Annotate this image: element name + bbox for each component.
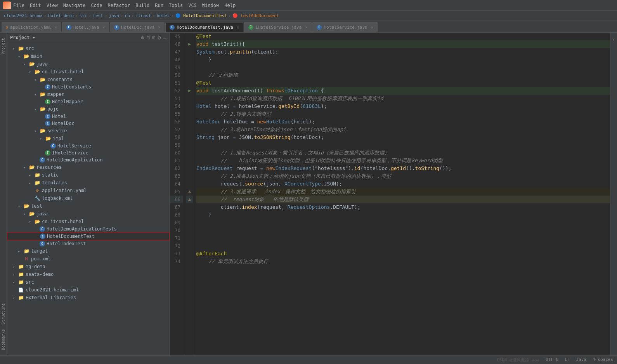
tree-label-cloud2021-heima.iml: cloud2021-heima.iml [26, 287, 79, 293]
menu-edit[interactable]: Edit [30, 3, 41, 8]
tree-item-logback.xml[interactable]: 🔧logback.xml [7, 194, 170, 202]
tab-hotel-java[interactable]: C Hotel.java × [62, 22, 109, 32]
tree-item-static[interactable]: ▸📁static [7, 171, 170, 179]
sidebar-action-collapse[interactable]: ⊟ [146, 35, 149, 41]
line-number-46: 46 [170, 40, 183, 48]
tree-item-HotelDoc[interactable]: CHotelDoc [7, 120, 170, 127]
tree-arrow-mq-demo: ▸ [12, 265, 18, 269]
status-lang[interactable]: Java [576, 357, 587, 363]
tree-item-service[interactable]: ▾📂service [7, 127, 170, 135]
status-line-ending[interactable]: LF [565, 357, 570, 363]
tree-item-main[interactable]: ▾📂main [7, 52, 170, 60]
tree-item-java-main[interactable]: ▾📂java [7, 60, 170, 68]
sidebar-action-locate[interactable]: ⊕ [141, 35, 144, 41]
breadcrumb-src[interactable]: src [80, 13, 87, 18]
tab-close-hotel[interactable]: × [102, 25, 105, 29]
tree-item-HotelService[interactable]: CHotelService [7, 142, 170, 149]
tree-item-src-root[interactable]: ▸📁src [7, 278, 170, 286]
status-encoding[interactable]: UTF-8 [546, 357, 558, 363]
gutter-52[interactable]: ▶ [186, 87, 193, 95]
line-number-50: 50 [170, 71, 183, 79]
right-panel-btn[interactable]: ⚡ [611, 35, 617, 45]
tree-item-application.yaml[interactable]: ⚙application.yaml [7, 187, 170, 194]
tree-item-cn-itcast-hotel[interactable]: ▾📂cn.itcast.hotel [7, 68, 170, 76]
tree-item-IHotelService[interactable]: IIHotelService [7, 149, 170, 156]
tree-icon-constants: 📂 [40, 76, 46, 83]
menu-bar[interactable]: File Edit View Navigate Code Refactor Bu… [13, 3, 236, 8]
tree-item-constants[interactable]: ▾📂constants [7, 76, 170, 83]
tab-hoteldocumenttest[interactable]: C HotelDocumentTest.java × [165, 22, 243, 32]
tree-item-test[interactable]: ▾📂test [7, 202, 170, 210]
tree-label-seata-demo: seata-demo [26, 272, 54, 277]
tree-item-src[interactable]: ▾📂src [7, 45, 170, 52]
editor[interactable]: 4546474849505152535455565758596061626364… [170, 33, 610, 355]
tree-item-mapper[interactable]: ▾📂mapper [7, 90, 170, 98]
tree-item-pom.xml[interactable]: Mpom.xml [7, 255, 170, 263]
menu-help[interactable]: Help [224, 3, 236, 8]
menu-window[interactable]: Window [202, 3, 219, 8]
tree-item-HotelDemoApplication[interactable]: CHotelDemoApplication [7, 156, 170, 163]
tree-item-HotelDocumentTest[interactable]: CHotelDocumentTest [7, 232, 170, 240]
tree-item-templates[interactable]: ▸📁templates [7, 179, 170, 187]
tree-item-impl[interactable]: ▾📂impl [7, 135, 170, 142]
breadcrumb-cn[interactable]: cn [125, 13, 130, 18]
tree-item-HotelIndexTest[interactable]: CHotelIndexTest [7, 240, 170, 247]
breadcrumb-method[interactable]: 🔴 testAddDocument [232, 13, 279, 18]
breadcrumb-module[interactable]: hotel-demo [48, 13, 74, 18]
tree-icon-templates: 📁 [34, 180, 40, 186]
menu-build[interactable]: Build [135, 3, 149, 8]
menu-navigate[interactable]: Navigate [63, 3, 86, 8]
bookmarks-panel-btn[interactable]: Bookmarks [0, 327, 6, 352]
sidebar-action-sort[interactable]: ⊞ [152, 35, 155, 41]
tree-item-External Libraries[interactable]: ▸📁External Libraries [7, 294, 170, 302]
breadcrumb-test[interactable]: test [93, 13, 103, 18]
menu-refactor[interactable]: Refactor [107, 3, 130, 8]
menu-file[interactable]: File [13, 3, 24, 8]
tree-icon-IHotelService: I [45, 150, 50, 156]
tree-item-HotelDemoApplicationTests[interactable]: CHotelDemoApplicationTests [7, 225, 170, 232]
tree-item-java-test[interactable]: ▾📂java [7, 210, 170, 218]
tree-item-resources[interactable]: ▾📂resources [7, 163, 170, 171]
tab-hoteldoc-java[interactable]: C HotelDoc.java × [110, 22, 165, 32]
project-panel-btn[interactable]: Project [0, 36, 6, 57]
tree-icon-src: 📂 [18, 45, 24, 52]
status-indent[interactable]: 4 spaces [593, 357, 613, 363]
tree-item-pojo[interactable]: ▾📂pojo [7, 105, 170, 113]
tree-item-Hotel[interactable]: CHotel [7, 113, 170, 120]
breadcrumb-itcast[interactable]: itcast [135, 13, 151, 18]
breadcrumb-hotel[interactable]: hotel [157, 13, 170, 18]
tree-icon-resources: 📂 [29, 164, 35, 170]
tree-item-seata-demo[interactable]: ▸📁seata-demo [7, 270, 170, 278]
breadcrumb-project[interactable]: cloud2021-heima [4, 13, 42, 18]
structure-panel-btn[interactable]: Structure [0, 301, 6, 327]
breadcrumb-java[interactable]: java [109, 13, 119, 18]
tree-item-cn-itcast-hotel-test[interactable]: ▾📂cn.itcast.hotel [7, 218, 170, 225]
tab-ihotelservice[interactable]: I IHotelService.java × [244, 22, 312, 32]
menu-view[interactable]: View [47, 3, 58, 8]
sidebar-action-close[interactable]: — [163, 35, 166, 41]
code-area[interactable]: @Test void testInit(){ System.out.printl… [193, 33, 610, 355]
tree-label-logback.xml: logback.xml [42, 196, 73, 201]
menu-tools[interactable]: Tools [169, 3, 183, 8]
tree-item-mq-demo[interactable]: ▸📁mq-demo [7, 263, 170, 270]
tree-item-HotelConstants[interactable]: CHotelConstants [7, 83, 170, 90]
tree-arrow-constants: ▾ [34, 78, 40, 82]
line-number-63: 63 [170, 172, 183, 180]
tree-item-target[interactable]: ▸📁target [7, 247, 170, 255]
gutter-46[interactable]: ▶ [186, 40, 193, 48]
tab-close-yaml[interactable]: × [55, 25, 57, 29]
tab-close-ihotelservice[interactable]: × [305, 25, 307, 29]
tab-application-yaml[interactable]: ⚙ application.yaml × [2, 22, 61, 32]
breadcrumb-file[interactable]: 🔵 HotelDocumentTest [175, 13, 227, 18]
menu-code[interactable]: Code [91, 3, 102, 8]
tab-hotelservice[interactable]: C HotelService.java × [312, 22, 378, 32]
tree-item-cloud2021-heima.iml[interactable]: 📄cloud2021-heima.iml [7, 286, 170, 294]
menu-vcs[interactable]: VCS [188, 3, 197, 8]
menu-run[interactable]: Run [155, 3, 163, 8]
sidebar-action-gear[interactable]: ⚙ [158, 35, 161, 41]
tab-close-hotelservice[interactable]: × [371, 25, 373, 29]
tree-label-HotelDemoApplicationTests: HotelDemoApplicationTests [47, 226, 117, 232]
tab-close-test[interactable]: × [237, 25, 239, 29]
tree-item-HotelMapper[interactable]: IHotelMapper [7, 98, 170, 105]
tab-close-hoteldoc[interactable]: × [158, 25, 160, 29]
